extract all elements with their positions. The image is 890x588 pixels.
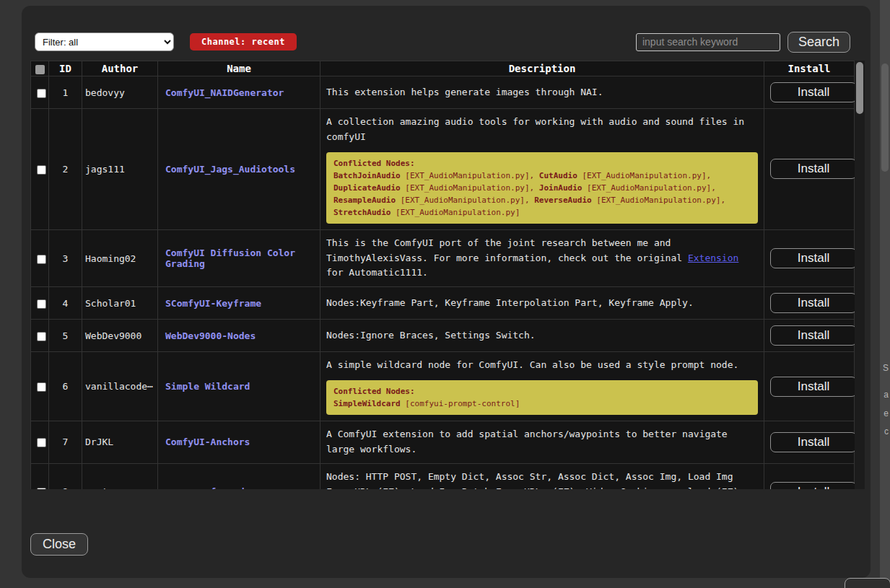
install-button[interactable]: Install: [770, 377, 857, 397]
row-name-link[interactable]: easy-comfy-nodes: [165, 486, 256, 489]
conflict-title: Conflicted Nodes:: [333, 385, 751, 398]
conflict-items: BatchJoinAudio [EXT_AudioManipulation.py…: [333, 170, 751, 219]
table-scrollbar[interactable]: [855, 61, 865, 489]
header-author: Author: [82, 61, 158, 76]
table-row: 2 jags111 ComfyUI_Jags_Audiotools A coll…: [31, 109, 855, 230]
row-id: 8: [49, 463, 82, 489]
row-name-link[interactable]: WebDev9000-Nodes: [165, 330, 256, 341]
header-install: Install: [764, 61, 855, 76]
row-description: A ComfyUI extension to add spatial ancho…: [326, 427, 758, 457]
background-text-fragment: S: [883, 363, 889, 373]
header-id: ID: [49, 61, 82, 76]
search-button[interactable]: Search: [788, 32, 850, 53]
conflict-box: Conflicted Nodes: SimpleWildcard [comfyu…: [326, 380, 758, 415]
conflict-items: SimpleWildcard [comfyui-prompt-control]: [333, 398, 751, 410]
row-id: 2: [49, 109, 82, 230]
table-row: 1 bedovyy ComfyUI_NAIDGenerator This ext…: [31, 76, 855, 109]
row-name-link[interactable]: SComfyUI-Keyframe: [165, 298, 261, 309]
row-name-link[interactable]: ComfyUI_Jags_Audiotools: [165, 164, 295, 175]
table-row: 6 vanillacode⋯ Simple Wildcard A simple …: [31, 352, 855, 421]
table-header-row: ID Author Name Description Install: [31, 61, 855, 76]
row-description: This is the ComfyUI port of the joint re…: [326, 236, 758, 281]
install-button[interactable]: Install: [770, 159, 857, 179]
filter-select[interactable]: Filter: all: [35, 32, 174, 51]
row-checkbox[interactable]: [37, 89, 46, 98]
background-text-fragment: c: [884, 426, 889, 436]
row-checkbox[interactable]: [37, 255, 46, 264]
row-author: DrJKL: [82, 421, 158, 464]
install-button[interactable]: Install: [770, 482, 857, 489]
row-id: 1: [49, 76, 82, 109]
page-scrollbar[interactable]: [880, 0, 890, 588]
row-author: vanillacode⋯: [82, 352, 158, 421]
row-description: Nodes:Keyframe Part, Keyframe Interpolat…: [326, 296, 758, 311]
row-name-link[interactable]: ComfyUI_NAIDGenerator: [165, 87, 284, 98]
install-button[interactable]: Install: [770, 248, 857, 268]
background-button-fragment: [845, 578, 890, 588]
row-description: This extension helps generate images thr…: [326, 85, 758, 100]
page-scrollbar-thumb[interactable]: [881, 63, 889, 172]
row-author: wmatson: [82, 463, 158, 489]
row-author: WebDev9000: [82, 320, 158, 352]
search-input[interactable]: [636, 33, 780, 51]
row-checkbox[interactable]: [37, 382, 46, 392]
row-id: 5: [49, 320, 82, 352]
toolbar: Filter: all Channel: recent Search: [35, 32, 850, 52]
row-name-link[interactable]: Simple Wildcard: [165, 381, 250, 392]
table-scrollbar-thumb[interactable]: [856, 62, 863, 114]
background-text-fragment: e: [884, 408, 889, 418]
install-button[interactable]: Install: [770, 82, 857, 102]
row-id: 7: [49, 421, 82, 464]
row-checkbox[interactable]: [37, 299, 46, 309]
row-author: Haoming02: [82, 229, 158, 286]
description-link[interactable]: Extension: [688, 253, 738, 263]
header-name: Name: [158, 61, 320, 76]
row-description: Nodes: HTTP POST, Empty Dict, Assoc Str,…: [326, 470, 758, 489]
conflict-box: Conflicted Nodes: BatchJoinAudio [EXT_Au…: [326, 152, 758, 224]
install-button[interactable]: Install: [770, 293, 857, 313]
install-button[interactable]: Install: [770, 432, 857, 452]
channel-badge: Channel: recent: [190, 33, 297, 51]
row-checkbox[interactable]: [37, 488, 46, 489]
row-id: 3: [49, 229, 82, 286]
row-checkbox[interactable]: [37, 165, 46, 175]
row-description: A simple wildcard node for ComfyUI. Can …: [326, 358, 758, 373]
conflict-title: Conflicted Nodes:: [333, 157, 751, 170]
install-button[interactable]: Install: [770, 325, 857, 346]
row-author: Scholar01: [82, 287, 158, 320]
close-button[interactable]: Close: [30, 533, 88, 556]
select-all-checkbox[interactable]: [35, 65, 45, 74]
row-author: bedovyy: [82, 76, 158, 109]
install-custom-nodes-dialog: Filter: all Channel: recent Search ID Au…: [22, 6, 871, 578]
table-row: 4 Scholar01 SComfyUI-Keyframe Nodes:Keyf…: [31, 287, 855, 320]
row-checkbox[interactable]: [37, 332, 46, 341]
header-description: Description: [320, 61, 764, 76]
row-checkbox[interactable]: [37, 438, 46, 447]
row-id: 6: [49, 352, 82, 421]
table-row: 8 wmatson easy-comfy-nodes Nodes: HTTP P…: [31, 463, 855, 489]
table-row: 5 WebDev9000 WebDev9000-Nodes Nodes:Igno…: [31, 320, 855, 352]
row-author: jags111: [82, 109, 158, 230]
row-name-link[interactable]: ComfyUI-Anchors: [165, 436, 250, 447]
row-description: A collection amazing audio tools for wor…: [326, 115, 758, 145]
row-id: 4: [49, 287, 82, 320]
row-description: Nodes:Ignore Braces, Settings Switch.: [326, 328, 758, 343]
table-row: 3 Haoming02 ComfyUI Diffusion Color Grad…: [31, 229, 855, 286]
row-name-link[interactable]: ComfyUI Diffusion Color Grading: [165, 247, 295, 269]
background-text-fragment: a: [884, 390, 889, 400]
table-row: 7 DrJKL ComfyUI-Anchors A ComfyUI extens…: [31, 421, 855, 464]
custom-nodes-table: ID Author Name Description Install 1 bed…: [30, 61, 865, 489]
